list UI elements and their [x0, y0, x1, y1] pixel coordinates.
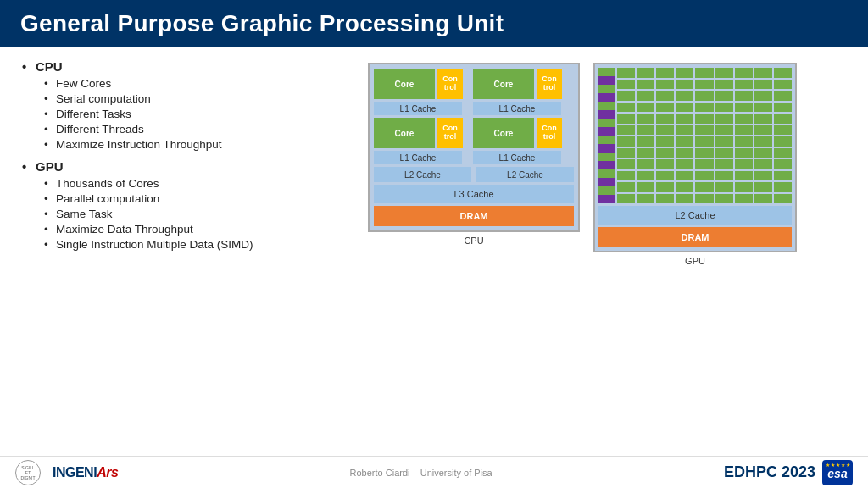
- cpu-ctrl-3: Control: [437, 118, 463, 148]
- cpu-item-4: Different Threads: [44, 123, 359, 136]
- main-content: CPU Few Cores Serial computation Differe…: [0, 47, 868, 266]
- gpu-item-2: Parallel computation: [44, 192, 359, 205]
- svg-text:★: ★: [846, 463, 850, 468]
- gpu-diagram-box: L2 Cache DRAM: [593, 63, 797, 252]
- gpu-l2-cache: L2 Cache: [598, 206, 792, 225]
- cpu-item-1: Few Cores: [44, 77, 359, 90]
- cpu-item-2: Serial computation: [44, 92, 359, 105]
- cpu-l1-cache-3: L1 Cache: [374, 151, 462, 164]
- cpu-heading: CPU: [20, 59, 359, 74]
- gpu-diagram: L2 Cache DRAM GPU: [593, 63, 797, 266]
- gpu-item-1: Thousands of Cores: [44, 177, 359, 190]
- svg-text:★: ★: [836, 463, 840, 468]
- svg-text:esa: esa: [827, 467, 848, 480]
- cpu-ctrl-2: Control: [537, 69, 562, 99]
- gpu-item-3: Same Task: [44, 208, 359, 220]
- footer-right: EDHPC 2023 esa ★ ★ ★ ★ ★: [724, 460, 853, 485]
- cpu-core-1: Core: [374, 69, 435, 99]
- cpu-core-2: Core: [473, 69, 534, 99]
- gpu-item-5: Single Instruction Multiple Data (SIMD): [44, 238, 359, 251]
- cpu-diagram-box: Core Control L1 Cache Core Control L1 Ca…: [368, 63, 580, 232]
- cpu-l1-cache-1: L1 Cache: [374, 102, 462, 115]
- cpu-l1-cache-2: L1 Cache: [473, 102, 561, 115]
- cpu-diagram-label: CPU: [464, 236, 483, 246]
- gpu-cores-grid: [617, 68, 792, 203]
- cpu-item-5: Maximize Instruction Throughput: [44, 138, 359, 151]
- cpu-core-section-1: Core Control L1 Cache: [374, 69, 463, 115]
- page-title: General Purpose Graphic Processing Unit: [20, 10, 504, 36]
- cpu-item-3: Different Tasks: [44, 108, 359, 120]
- cpu-core-section-4: Core Control L1 Cache: [473, 118, 562, 164]
- cpu-row-2: Core Control L1 Cache Core Control L1 Ca…: [374, 118, 574, 164]
- svg-text:★: ★: [831, 463, 835, 468]
- text-column: CPU Few Cores Serial computation Differe…: [20, 59, 359, 266]
- page-header: General Purpose Graphic Processing Unit: [0, 0, 868, 47]
- cpu-row-1: Core Control L1 Cache Core Control L1 Ca…: [374, 69, 574, 115]
- esa-logo: esa ★ ★ ★ ★ ★: [822, 460, 853, 485]
- svg-text:★: ★: [841, 463, 845, 468]
- gpu-list: Thousands of Cores Parallel computation …: [20, 177, 359, 251]
- cpu-l2-cache-1: L2 Cache: [374, 167, 471, 182]
- gpu-stripe-col: [598, 68, 615, 203]
- cpu-list: Few Cores Serial computation Different T…: [20, 77, 359, 151]
- footer-center: Roberto Ciardi – University of Pisa: [350, 468, 492, 478]
- gpu-top-row: [598, 68, 792, 203]
- cpu-core-section-3: Core Control L1 Cache: [374, 118, 463, 164]
- gpu-dram: DRAM: [598, 227, 792, 247]
- cpu-ctrl-1: Control: [437, 69, 463, 99]
- cpu-l2-cache-2: L2 Cache: [476, 167, 574, 182]
- svg-text:★: ★: [826, 463, 830, 468]
- gpu-heading: GPU: [20, 159, 359, 174]
- cpu-dram: DRAM: [374, 206, 574, 226]
- cpu-ctrl-4: Control: [537, 118, 562, 148]
- diagrams-column: Core Control L1 Cache Core Control L1 Ca…: [368, 59, 848, 266]
- cpu-l2-row: L2 Cache L2 Cache: [374, 167, 574, 182]
- footer: SIGILLETDIGNIT INGENIArs Roberto Ciardi …: [0, 456, 868, 488]
- footer-center-text: Roberto Ciardi – University of Pisa: [350, 468, 492, 478]
- footer-left: SIGILLETDIGNIT INGENIArs: [15, 460, 118, 485]
- cpu-l3-cache: L3 Cache: [374, 185, 574, 203]
- university-logo: SIGILLETDIGNIT: [15, 460, 41, 485]
- edhpc-text: EDHPC 2023: [724, 463, 815, 481]
- cpu-core-4: Core: [473, 118, 534, 148]
- cpu-diagram: Core Control L1 Cache Core Control L1 Ca…: [368, 63, 580, 246]
- ingeniars-logo: INGENIArs: [53, 465, 118, 480]
- esa-icon: esa ★ ★ ★ ★ ★: [822, 460, 853, 485]
- cpu-core-section-2: Core Control L1 Cache: [473, 69, 562, 115]
- cpu-l1-cache-4: L1 Cache: [473, 151, 561, 164]
- gpu-diagram-label: GPU: [685, 256, 705, 266]
- gpu-item-4: Maximize Data Throughput: [44, 223, 359, 236]
- cpu-core-3: Core: [374, 118, 435, 148]
